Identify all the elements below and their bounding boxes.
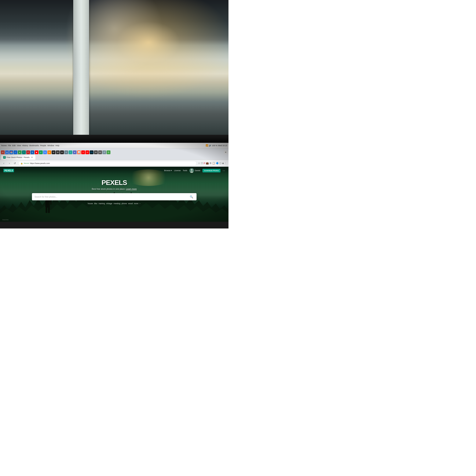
ext7-icon[interactable]: ◈	[222, 162, 224, 165]
tag-wood[interactable]: wood	[128, 203, 133, 204]
monitor-bottom-bar	[0, 222, 228, 228]
ext-close-icon[interactable]: ✕	[224, 151, 228, 154]
menu-help[interactable]: Help	[55, 144, 59, 147]
ext-pdf-icon[interactable]: P	[26, 151, 30, 154]
ext-med4-icon[interactable]: M	[94, 151, 98, 154]
browser-tabs-bar: M ▲ 📅 ✓ ● T P b ▶ # b M M M M G ~ ● 📊 A …	[0, 148, 228, 154]
pinterest-icon[interactable]: P	[204, 162, 205, 165]
reload-button[interactable]: ↺	[13, 161, 17, 165]
tag-blur[interactable]: blur	[94, 203, 97, 204]
ext-med5-icon[interactable]: M	[98, 151, 102, 154]
browser-tab-row: P Free Stock Photos · Pexels ✕	[0, 154, 228, 160]
menu-window[interactable]: Window	[47, 144, 54, 147]
contribute-photos-button[interactable]: Contribute Photos	[203, 169, 221, 172]
shield-security-icon[interactable]: 🛡	[201, 162, 203, 165]
pexels-search-bar[interactable]: Search for free photos... 🔍	[32, 193, 197, 200]
tab-label: Free Stock Photos · Pexels	[7, 156, 30, 158]
ext-ai-icon[interactable]: A	[81, 151, 85, 154]
menu-history[interactable]: History	[22, 144, 28, 147]
pexels-logo[interactable]: PEXELS	[3, 169, 14, 172]
pexels-hero-title: PEXELS	[102, 179, 127, 187]
ext-sheets-icon[interactable]: #	[39, 151, 43, 154]
tag-house[interactable]: house	[88, 203, 93, 204]
search-tags-row: house blur training vintage meeting phon…	[88, 203, 141, 204]
tag-phone[interactable]: phone	[122, 203, 127, 204]
ext4-icon[interactable]: 📋	[212, 162, 215, 165]
ext-circle-icon[interactable]: ●	[73, 151, 77, 154]
ext-yt-icon[interactable]: ▶	[35, 151, 38, 154]
ext-med2-icon[interactable]: M	[56, 151, 60, 154]
browse-label: Browse	[164, 170, 170, 171]
office-bg-overlay	[0, 0, 228, 142]
tab-close-area: ✕	[224, 151, 228, 154]
battery-percent: 100 %	[212, 144, 218, 147]
tab-close-button[interactable]: ✕	[31, 156, 34, 159]
tab-favicon: P	[3, 156, 6, 159]
ext-reload-icon[interactable]: ↺	[102, 151, 106, 154]
chrome-menu-icon[interactable]: ⋮	[224, 162, 227, 165]
ext6-icon[interactable]: ⬡	[219, 162, 221, 165]
user-name-label: Daniel	[195, 170, 200, 171]
pexels-nav-right: Browse ▾ License Tools Danie	[164, 168, 225, 173]
search-icon-button[interactable]: 🔍	[189, 194, 194, 199]
star-bookmark-icon[interactable]: ☆	[198, 162, 200, 165]
svg-rect-4	[48, 207, 50, 213]
ext-gray-icon[interactable]: G	[64, 151, 68, 154]
monitor-bezel-top	[0, 135, 228, 143]
ext-green2-icon[interactable]: G	[107, 151, 110, 154]
ext5-icon[interactable]: 🔷	[216, 162, 219, 165]
menu-people[interactable]: People	[40, 144, 46, 147]
ext3-icon[interactable]: ⚙	[209, 162, 212, 165]
forward-button[interactable]: ›	[7, 161, 11, 165]
url-text: https://www.pexels.com	[30, 162, 50, 164]
menu-file[interactable]: File	[8, 144, 11, 147]
menu-edit[interactable]: Edit	[12, 144, 16, 147]
os-bar-right: 📶 🔊 100 % Wed 16:15	[206, 144, 227, 147]
ext-orange-icon[interactable]: M	[47, 151, 51, 154]
ext2-icon[interactable]: 💼	[206, 162, 209, 165]
ext-gmail-icon[interactable]: M	[1, 151, 5, 154]
ext-ai2-icon[interactable]: Ai	[85, 151, 89, 154]
os-menu-bar: hrome File Edit View History Bookmarks P…	[0, 143, 228, 148]
tag-meeting[interactable]: meeting	[114, 203, 120, 204]
pexels-logo-container: PEXELS	[3, 169, 14, 172]
tag-training[interactable]: training	[99, 203, 105, 204]
ext-drive-icon[interactable]: ▲	[5, 151, 9, 154]
menu-bookmarks[interactable]: Bookmarks	[29, 144, 39, 147]
ext-green-icon[interactable]: ●	[18, 151, 22, 154]
tag-vintage[interactable]: vintage	[106, 203, 112, 204]
ext-teal-icon[interactable]: T	[22, 151, 26, 154]
tools-nav-link[interactable]: Tools	[183, 170, 187, 171]
ext-med3-icon[interactable]: M	[60, 151, 64, 154]
browse-nav-link[interactable]: Browse ▾	[164, 170, 172, 171]
active-browser-tab[interactable]: P Free Stock Photos · Pexels ✕	[1, 155, 36, 160]
license-label: License	[174, 170, 181, 171]
ext-ps-icon[interactable]: Ps	[90, 151, 94, 154]
subtitle-text: Best free stock photos in one place.	[92, 188, 125, 190]
svg-point-5	[191, 169, 192, 171]
ext-blue2-icon[interactable]: b	[31, 151, 34, 154]
more-tags-link[interactable]: more →	[134, 203, 141, 204]
time-display: Wed 16:15	[218, 144, 227, 147]
ext-cal-icon[interactable]: 📅	[9, 151, 13, 154]
ext-blue3-icon[interactable]: b	[43, 151, 47, 154]
search-input[interactable]: Search for free photos...	[34, 196, 188, 198]
searches-label: Searches	[2, 219, 9, 221]
user-area: Daniel	[189, 168, 200, 173]
address-bar-right-icons: ☆ 🛡 P 💼 ⚙ 📋 🔷 ⬡ ◈ ⋮	[198, 162, 227, 165]
ext-med-icon[interactable]: M	[52, 151, 55, 154]
menu-chrome[interactable]: hrome	[1, 144, 7, 147]
learn-more-link[interactable]: Learn more	[126, 188, 137, 190]
menu-view[interactable]: View	[17, 144, 21, 147]
office-pillar	[73, 0, 89, 142]
svg-point-6	[190, 171, 193, 173]
ext-chart-icon[interactable]: 📊	[77, 151, 81, 154]
ext-wave-icon[interactable]: ~	[68, 151, 72, 154]
ext-todo-icon[interactable]: ✓	[14, 151, 17, 154]
os-icons: 📶 🔊 100 % Wed 16:15	[206, 144, 227, 147]
url-bar[interactable]: 🔒 Secure https://www.pexels.com	[18, 161, 197, 166]
pexels-website: PEXELS Browse ▾ License Tools	[0, 167, 228, 222]
back-button[interactable]: ‹	[2, 161, 6, 165]
license-nav-link[interactable]: License	[174, 170, 181, 171]
more-options-button[interactable]: ···	[222, 169, 225, 172]
